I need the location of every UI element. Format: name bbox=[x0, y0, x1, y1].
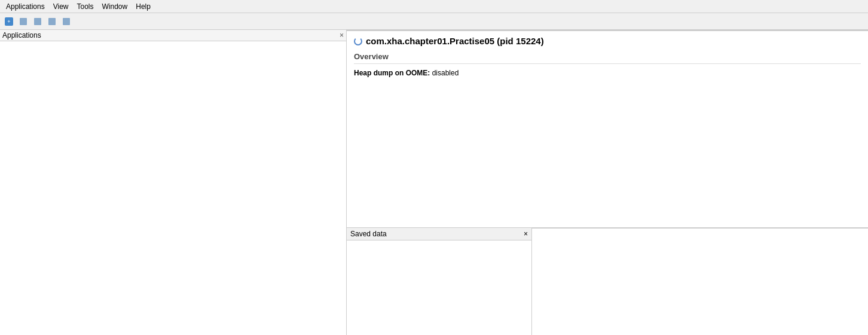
toolbar-btn-2[interactable] bbox=[31, 15, 44, 28]
left-panel-close[interactable]: × bbox=[340, 31, 344, 39]
svg-rect-4 bbox=[48, 18, 56, 25]
menu-applications[interactable]: Applications bbox=[2, 1, 48, 12]
svg-text:+: + bbox=[7, 19, 10, 25]
toolbar-btn-1[interactable] bbox=[17, 15, 30, 28]
content-title: com.xha.chapter01.Practise05 (pid 15224) bbox=[354, 36, 861, 46]
menu-view[interactable]: View bbox=[50, 1, 72, 12]
toolbar: + bbox=[0, 13, 868, 30]
left-panel: Applications × bbox=[0, 30, 347, 335]
new-app-icon: + bbox=[4, 17, 14, 26]
jvm-content bbox=[532, 229, 868, 335]
menu-tools[interactable]: Tools bbox=[74, 1, 97, 12]
menubar: Applications View Tools Window Help bbox=[0, 0, 868, 13]
tree-area bbox=[0, 41, 346, 335]
icon-1 bbox=[19, 17, 28, 26]
overview-section-title: Overview bbox=[354, 52, 861, 64]
saved-data-content bbox=[347, 240, 531, 248]
menu-window[interactable]: Window bbox=[99, 1, 132, 12]
menu-help[interactable]: Help bbox=[132, 1, 154, 12]
toolbar-btn-3[interactable] bbox=[45, 15, 59, 28]
svg-rect-2 bbox=[20, 18, 27, 25]
main-layout: Applications × com.xha.chapter01.Practis… bbox=[0, 30, 868, 335]
heap-dump-value: disabled bbox=[432, 69, 459, 77]
svg-rect-3 bbox=[34, 18, 41, 25]
icon-4 bbox=[62, 17, 71, 26]
icon-3 bbox=[47, 17, 57, 26]
icon-2 bbox=[33, 17, 42, 26]
left-panel-header: Applications × bbox=[0, 30, 346, 41]
refresh-icon bbox=[354, 37, 362, 45]
svg-rect-5 bbox=[63, 18, 70, 25]
saved-data-panel: Saved data × bbox=[347, 228, 532, 335]
heap-dump-row: Heap dump on OOME: disabled bbox=[354, 69, 861, 77]
saved-data-title: Saved data bbox=[350, 230, 387, 238]
toolbar-btn-0[interactable]: + bbox=[2, 15, 16, 28]
heap-dump-label: Heap dump on OOME: bbox=[354, 69, 432, 77]
right-panel: com.xha.chapter01.Practise05 (pid 15224)… bbox=[347, 30, 868, 335]
content-area: com.xha.chapter01.Practise05 (pid 15224)… bbox=[347, 31, 868, 227]
saved-data-close[interactable]: × bbox=[524, 230, 528, 238]
jvm-panel bbox=[532, 228, 868, 335]
toolbar-btn-4[interactable] bbox=[60, 15, 73, 28]
saved-data-header: Saved data × bbox=[347, 228, 531, 240]
content-title-text: com.xha.chapter01.Practise05 (pid 15224) bbox=[366, 36, 544, 46]
left-panel-title: Applications bbox=[2, 31, 41, 39]
bottom-section: Saved data × bbox=[347, 227, 868, 335]
